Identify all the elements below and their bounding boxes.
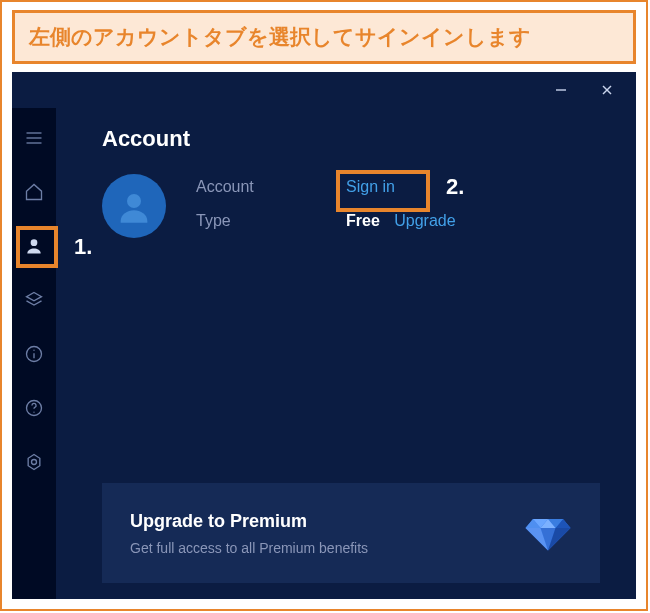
- type-value: Free: [346, 212, 380, 229]
- page-title: Account: [102, 126, 600, 152]
- premium-card[interactable]: Upgrade to Premium Get full access to al…: [102, 483, 600, 583]
- svg-point-14: [32, 460, 37, 465]
- account-info-grid: Account Sign in 2. Type Free Upgrade: [196, 174, 456, 230]
- svg-marker-13: [28, 455, 40, 470]
- sidebar-layers-button[interactable]: [18, 284, 50, 316]
- tutorial-frame: 左側のアカウントタブを選択してサインインします: [0, 0, 648, 611]
- sidebar-account-button[interactable]: 1.: [18, 230, 50, 262]
- account-section: Account Sign in 2. Type Free Upgrade: [102, 174, 600, 238]
- type-cell: Free Upgrade: [346, 212, 456, 230]
- sidebar-settings-button[interactable]: [18, 446, 50, 478]
- signin-cell: Sign in 2.: [346, 178, 456, 196]
- premium-subtitle: Get full access to all Premium benefits: [130, 540, 368, 556]
- sidebar-home-button[interactable]: [18, 176, 50, 208]
- instruction-text: 左側のアカウントタブを選択してサインインします: [29, 25, 531, 48]
- sidebar-menu-button[interactable]: [18, 122, 50, 154]
- svg-point-6: [31, 239, 38, 246]
- app-body: 1. Account: [12, 108, 636, 599]
- account-label: Account: [196, 178, 306, 196]
- svg-point-15: [127, 194, 141, 208]
- premium-text: Upgrade to Premium Get full access to al…: [130, 511, 368, 556]
- svg-point-12: [33, 412, 34, 413]
- close-button[interactable]: [586, 75, 628, 105]
- sidebar-help-button[interactable]: [18, 392, 50, 424]
- sidebar: 1.: [12, 108, 56, 599]
- signin-link[interactable]: Sign in 2.: [346, 178, 395, 196]
- main-panel: Account Account Sign in 2. Type: [56, 108, 636, 599]
- upgrade-link[interactable]: Upgrade: [394, 212, 455, 229]
- svg-marker-7: [27, 293, 42, 301]
- callout-two: 2.: [446, 174, 464, 200]
- svg-point-10: [33, 350, 34, 351]
- minimize-button[interactable]: [540, 75, 582, 105]
- app-window: 1. Account: [12, 72, 636, 599]
- titlebar: [12, 72, 636, 108]
- premium-title: Upgrade to Premium: [130, 511, 368, 532]
- type-label: Type: [196, 212, 306, 230]
- highlight-signin: [336, 170, 430, 212]
- instruction-banner: 左側のアカウントタブを選択してサインインします: [12, 10, 636, 64]
- sidebar-info-button[interactable]: [18, 338, 50, 370]
- diamond-icon: [524, 507, 572, 559]
- avatar: [102, 174, 166, 238]
